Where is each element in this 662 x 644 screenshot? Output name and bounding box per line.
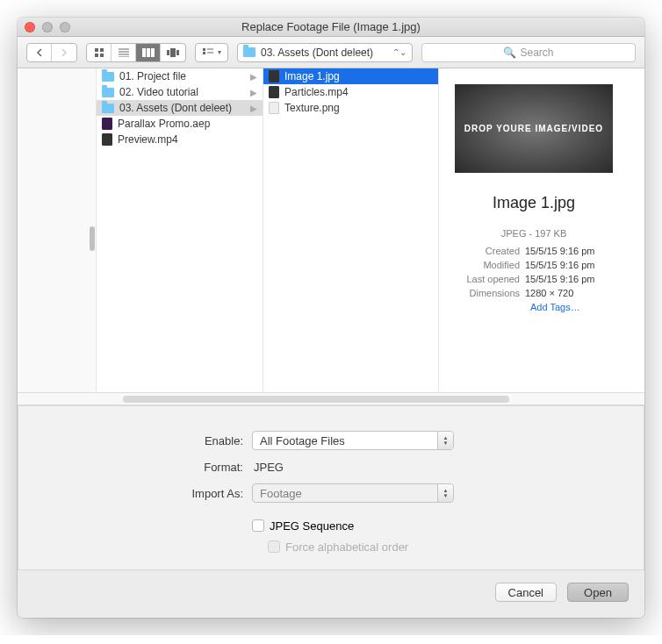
file-row[interactable]: Parallax Promo.aep [97, 116, 263, 132]
view-list-button[interactable] [112, 44, 136, 61]
hscroll-thumb[interactable] [123, 396, 509, 403]
meta-row: Last opened15/5/15 9:16 pm [455, 272, 613, 286]
file-icon [269, 70, 279, 82]
preview-thumbnail: DROP YOURE IMAGE/VIDEO [455, 84, 613, 173]
svg-rect-15 [203, 52, 205, 54]
path-dropdown[interactable]: 03. Assets (Dont deleet) ⌃⌄ [237, 43, 413, 62]
folder-icon [102, 72, 114, 82]
folder-icon [102, 104, 114, 113]
scrollbar-thumb[interactable] [90, 226, 95, 251]
view-columns-button[interactable] [136, 44, 161, 61]
svg-rect-9 [147, 48, 150, 57]
open-button[interactable]: Open [567, 583, 629, 602]
file-row[interactable]: Texture.png [263, 100, 438, 116]
file-label: Particles.mp4 [284, 86, 349, 98]
force-alpha-label: Force alphabetical order [285, 540, 408, 554]
path-label: 03. Assets (Dont deleet) [261, 47, 373, 59]
file-row[interactable]: Image 1.jpg [263, 68, 438, 84]
stepper-icon: ▲▼ [437, 432, 453, 449]
nav-forward-button[interactable] [52, 44, 76, 61]
options-panel: Enable: All Footage Files ▲▼ Format: JPE… [18, 405, 644, 570]
format-label: Format: [45, 461, 252, 474]
file-row[interactable]: 01. Project file▶ [97, 68, 263, 84]
preview-metadata: Created15/5/15 9:16 pmModified15/5/15 9:… [455, 244, 613, 300]
svg-rect-13 [176, 50, 179, 55]
meta-label: Modified [455, 258, 525, 272]
svg-rect-0 [95, 48, 98, 52]
arrange-button[interactable]: ▾ [196, 44, 227, 61]
svg-rect-11 [167, 50, 169, 55]
view-mode-group [86, 43, 186, 62]
preview-placeholder-text: DROP YOURE IMAGE/VIDEO [464, 124, 603, 133]
view-coverflow-button[interactable] [161, 44, 185, 61]
enable-dropdown[interactable]: All Footage Files ▲▼ [252, 431, 454, 450]
meta-value: 1280 × 720 [525, 286, 573, 300]
add-tags-link[interactable]: Add Tags… [455, 302, 613, 312]
chevron-right-icon: ▶ [250, 104, 257, 113]
enable-label: Enable: [45, 434, 252, 447]
svg-rect-2 [95, 54, 98, 57]
file-label: 01. Project file [119, 70, 186, 82]
file-label: Image 1.jpg [284, 70, 340, 82]
file-row[interactable]: 02. Video tutorial▶ [97, 84, 263, 100]
sidebar-gutter [18, 68, 97, 392]
svg-rect-14 [203, 48, 205, 51]
stepper-icon: ▲▼ [437, 484, 453, 502]
jpeg-sequence-label: JPEG Sequence [270, 519, 354, 533]
file-row[interactable]: Particles.mp4 [263, 84, 438, 100]
svg-rect-10 [151, 48, 155, 57]
enable-value: All Footage Files [260, 434, 345, 447]
folder-icon [102, 88, 114, 97]
cancel-button[interactable]: Cancel [495, 583, 557, 602]
meta-value: 15/5/15 9:16 pm [525, 244, 595, 258]
file-icon [269, 86, 279, 98]
checkbox-icon [268, 540, 280, 553]
file-label: 03. Assets (Dont deleet) [119, 102, 232, 114]
close-window-button[interactable] [25, 22, 35, 32]
svg-rect-1 [100, 48, 104, 52]
zoom-window-button [60, 22, 70, 32]
dialog-window: Replace Footage File (Image 1.jpg) [18, 18, 644, 618]
file-icon [102, 133, 112, 146]
file-row[interactable]: 03. Assets (Dont deleet)▶ [97, 100, 263, 116]
meta-label: Created [455, 244, 525, 258]
checkbox-icon[interactable] [252, 519, 264, 532]
traffic-lights [25, 22, 70, 32]
preview-filetype: JPEG - 197 KB [455, 228, 613, 239]
meta-value: 15/5/15 9:16 pm [525, 272, 595, 286]
meta-label: Last opened [455, 272, 525, 286]
svg-rect-12 [170, 48, 176, 57]
meta-row: Modified15/5/15 9:16 pm [455, 258, 613, 272]
jpeg-sequence-checkbox-row[interactable]: JPEG Sequence [252, 515, 354, 536]
format-value: JPEG [252, 461, 284, 474]
svg-rect-3 [100, 54, 104, 57]
folder-icon [243, 47, 255, 57]
search-icon: 🔍 [503, 47, 516, 59]
meta-row: Created15/5/15 9:16 pm [455, 244, 613, 258]
preview-pane: DROP YOURE IMAGE/VIDEO Image 1.jpg JPEG … [439, 68, 644, 392]
svg-rect-8 [142, 48, 146, 57]
chevron-right-icon: ▶ [250, 72, 257, 82]
file-label: Parallax Promo.aep [118, 118, 210, 130]
nav-back-button[interactable] [27, 44, 52, 61]
search-placeholder: Search [520, 47, 553, 59]
force-alpha-checkbox-row: Force alphabetical order [252, 536, 408, 557]
meta-row: Dimensions1280 × 720 [455, 286, 613, 300]
arrange-group: ▾ [195, 43, 228, 62]
importas-dropdown[interactable]: Footage ▲▼ [252, 483, 454, 503]
file-icon [269, 102, 279, 114]
search-input[interactable]: 🔍 Search [421, 43, 636, 62]
horizontal-scrollbar[interactable] [18, 393, 644, 405]
column-1: 01. Project file▶02. Video tutorial▶03. … [97, 68, 263, 392]
view-icons-button[interactable] [87, 44, 112, 61]
preview-filename: Image 1.jpg [455, 194, 613, 212]
file-label: 02. Video tutorial [119, 86, 198, 98]
dialog-footer: Cancel Open [18, 570, 644, 618]
file-row[interactable]: Preview.mp4 [97, 132, 263, 147]
column-2: Image 1.jpgParticles.mp4Texture.png [263, 68, 439, 392]
titlebar: Replace Footage File (Image 1.jpg) [18, 18, 644, 37]
file-browser: 01. Project file▶02. Video tutorial▶03. … [18, 68, 644, 393]
toolbar: ▾ 03. Assets (Dont deleet) ⌃⌄ 🔍 Search [18, 37, 644, 68]
minimize-window-button [42, 22, 53, 32]
meta-label: Dimensions [455, 286, 525, 300]
